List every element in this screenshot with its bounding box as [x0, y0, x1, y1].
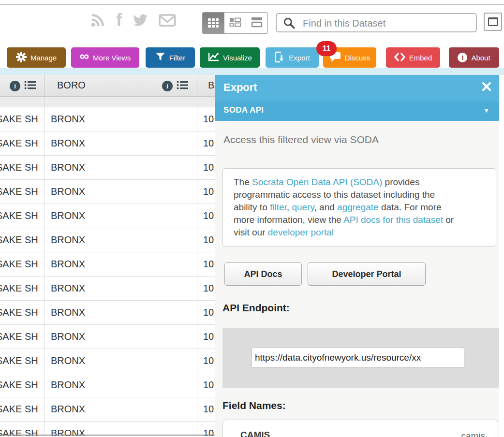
table-row: SAKE SH BRONX 10 [0, 252, 215, 277]
api-endpoint-label: API Endpoint: [222, 302, 290, 314]
manage-label: Manage [30, 54, 57, 62]
cell-boro[interactable]: BRONX [45, 228, 197, 252]
search-input[interactable] [302, 14, 473, 32]
cell-dba[interactable]: SAKE SH [0, 301, 45, 324]
cell-dba[interactable]: SAKE SH [0, 156, 45, 179]
twitter-icon[interactable] [133, 14, 148, 29]
info-line: ability to filter, query, and aggregate … [234, 201, 496, 214]
email-icon[interactable] [159, 14, 176, 29]
cell-building[interactable]: 10 [197, 325, 215, 349]
cell-boro[interactable]: BRONX [45, 252, 197, 276]
export-button[interactable]: Export [266, 47, 319, 68]
visualize-label: Visualize [223, 54, 252, 62]
cell-building[interactable]: 10 [197, 373, 215, 397]
cell-boro[interactable]: BRONX [45, 422, 197, 436]
column-label: BORO [57, 80, 86, 91]
table-row: SAKE SH BRONX 10 [0, 325, 215, 349]
inline-link[interactable]: Socrata Open Data API (SODA) [252, 177, 382, 187]
cell-building[interactable]: 10 [197, 252, 215, 276]
grid-view-button[interactable] [203, 13, 224, 33]
cell-boro[interactable]: BRONX [45, 180, 197, 204]
cell-building[interactable]: 10 [197, 228, 215, 252]
column-menu-icon[interactable] [177, 80, 189, 92]
discuss-label: Discuss [345, 54, 371, 62]
field-names-label: Field Names: [222, 400, 286, 411]
page-view-button[interactable] [246, 13, 267, 33]
rss-icon[interactable] [90, 13, 105, 30]
table-row: SAKE SH BRONX 10 [0, 373, 215, 397]
cell-building[interactable]: 10 [197, 156, 215, 179]
cell-dba[interactable]: SAKE SH [0, 107, 45, 131]
inline-link[interactable]: query [292, 202, 314, 212]
cell-boro[interactable]: BRONX [45, 349, 197, 373]
fullscreen-button[interactable] [484, 13, 502, 31]
field-names-box: CAMIScamis [222, 420, 498, 437]
cell-dba[interactable]: SAKE SH [0, 252, 45, 276]
cell-building[interactable]: 10 [197, 180, 215, 204]
column-info-icon[interactable]: i [162, 81, 173, 91]
chevron-down-icon[interactable]: ▼ [483, 107, 489, 114]
cell-building[interactable]: 10 [197, 301, 215, 324]
info-line: visit our developer portal [234, 226, 496, 239]
api-endpoint-box [222, 328, 499, 388]
cell-dba[interactable]: SAKE SH [0, 349, 45, 373]
embed-button[interactable]: Embed [386, 47, 440, 68]
api-endpoint-input[interactable] [252, 348, 464, 368]
cell-boro[interactable]: BRONX [45, 107, 197, 131]
soda-api-section-header[interactable]: SODA API ▼ [215, 102, 499, 121]
info-text-segment: The [234, 177, 252, 187]
cell-dba[interactable]: SAKE SH [0, 204, 45, 228]
column-info-icon[interactable]: i [10, 81, 20, 91]
column-menu-icon[interactable] [24, 80, 37, 92]
column-header-boro[interactable]: BORO i [45, 75, 197, 96]
developer-portal-button[interactable]: Developer Portal [308, 262, 426, 286]
inline-link[interactable]: developer portal [268, 227, 334, 237]
api-docs-button[interactable]: API Docs [224, 262, 302, 286]
filter-label: Filter [169, 54, 185, 62]
column-header-building[interactable]: B [197, 75, 215, 96]
filter-button[interactable]: Filter [146, 47, 195, 68]
field-display-name: CAMIS [240, 430, 270, 437]
cell-dba[interactable]: SAKE SH [0, 228, 45, 252]
cell-boro[interactable]: BRONX [45, 397, 197, 421]
inline-link[interactable]: filter [270, 202, 287, 212]
cell-boro[interactable]: BRONX [45, 373, 197, 397]
close-icon[interactable] [482, 82, 491, 93]
cell-building[interactable]: 10 [197, 107, 215, 131]
manage-button[interactable]: Manage [7, 47, 66, 68]
cell-boro[interactable]: BRONX [45, 204, 197, 228]
cell-building[interactable]: 10 [197, 131, 215, 155]
cell-building[interactable]: 10 [197, 277, 215, 300]
export-panel: Export SODA API ▼ Access this filtered v… [215, 75, 499, 437]
table-row: SAKE SH BRONX 10 [0, 277, 215, 301]
cell-dba[interactable]: SAKE SH [0, 277, 45, 300]
cell-boro[interactable]: BRONX [45, 277, 197, 300]
cell-dba[interactable]: SAKE SH [0, 422, 45, 436]
cell-dba[interactable]: SAKE SH [0, 131, 45, 155]
more-views-button[interactable]: ∞ More Views [71, 47, 139, 68]
cell-dba[interactable]: SAKE SH [0, 325, 45, 349]
data-table: i BORO i B SAKE SH BRONX 10 SAKE SH B [0, 75, 215, 436]
cell-building[interactable]: 10 [197, 204, 215, 228]
facebook-icon[interactable]: f [116, 13, 122, 28]
cell-dba[interactable]: SAKE SH [0, 397, 45, 421]
inline-link[interactable]: aggregate [337, 202, 379, 212]
cell-building[interactable]: 10 [197, 422, 215, 436]
cell-building[interactable]: 10 [197, 349, 215, 373]
visualize-button[interactable]: Visualize [200, 47, 260, 68]
inline-link[interactable]: API docs for this dataset [343, 215, 443, 225]
about-button[interactable]: i About [449, 47, 499, 68]
table-header-row: i BORO i B [0, 75, 215, 97]
column-header-dba[interactable]: i [0, 75, 45, 96]
cell-boro[interactable]: BRONX [45, 301, 197, 324]
cell-building[interactable]: 10 [197, 397, 215, 421]
info-text-segment: data. For more [379, 202, 442, 212]
cell-boro[interactable]: BRONX [45, 325, 197, 349]
cell-dba[interactable]: SAKE SH [0, 373, 45, 397]
cell-dba[interactable]: SAKE SH [0, 180, 45, 204]
cell-boro[interactable]: BRONX [45, 131, 197, 155]
info-text-segment: provides [382, 177, 419, 187]
table-row: SAKE SH BRONX 10 [0, 204, 215, 228]
card-view-button[interactable] [224, 13, 246, 33]
cell-boro[interactable]: BRONX [45, 156, 197, 179]
